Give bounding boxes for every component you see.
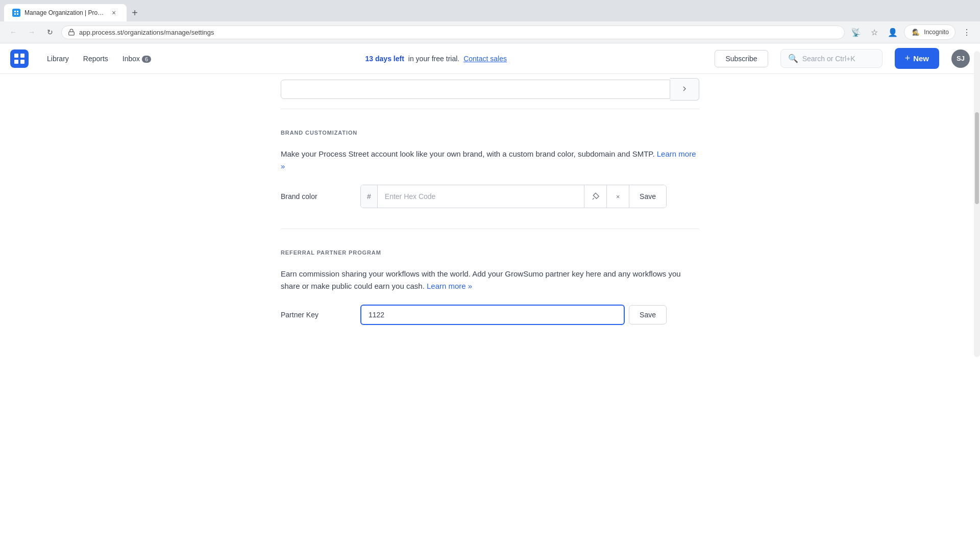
brand-customization-section: BRAND CUSTOMIZATION Make your Process St… [281,109,699,229]
trial-banner: 13 days left in your free trial. Contact… [169,55,702,63]
reload-button[interactable]: ↻ [43,25,57,39]
browser-actions: 📡 ☆ 👤 🕵 Incognito ⋮ [849,24,974,40]
svg-rect-3 [20,54,24,58]
partner-key-input-group: Save [360,305,667,325]
svg-rect-1 [10,49,29,68]
color-actions: × Save [584,185,666,208]
nav-reports[interactable]: Reports [77,51,114,67]
tab-close-button[interactable]: × [109,8,118,17]
forward-button[interactable]: → [24,25,39,39]
active-tab[interactable]: Manage Organization | Process S... × [4,4,127,21]
svg-rect-5 [20,60,24,64]
menu-button[interactable]: ⋮ [960,25,974,39]
nav-links: Library Reports Inbox6 [41,51,157,67]
scrollbar-thumb[interactable] [975,112,979,204]
address-bar-row: ← → ↻ app.process.st/organizations/manag… [0,21,980,43]
main-content: BRAND CUSTOMIZATION Make your Process St… [260,78,720,376]
partial-top-button[interactable] [670,78,699,101]
inbox-badge: 6 [142,56,151,63]
referral-desc-text: Earn commission sharing your workflows w… [281,269,681,290]
browser-chrome: Manage Organization | Process S... × + ←… [0,0,980,43]
incognito-label: Incognito [924,29,949,36]
referral-learn-more-link[interactable]: Learn more » [427,282,472,290]
partial-input-row [281,78,699,101]
search-icon: 🔍 [788,54,798,63]
search-placeholder: Search or Ctrl+K [802,55,855,63]
eyedropper-button[interactable] [584,185,606,208]
contact-sales-link[interactable]: Contact sales [463,55,507,63]
close-x-icon: × [616,193,620,201]
trial-days-left: 13 days left [365,55,404,63]
brand-color-input-group: # × Save [360,185,667,208]
brand-color-save-button[interactable]: Save [629,185,666,208]
svg-rect-4 [14,60,18,64]
new-button-icon: + [905,53,911,64]
user-avatar[interactable]: SJ [951,49,970,68]
tab-bar: Manage Organization | Process S... × + [0,0,980,21]
profile-button[interactable]: 👤 [886,25,900,39]
nav-library[interactable]: Library [41,51,75,67]
trial-message: in your free trial. [408,55,459,63]
cast-button[interactable]: 📡 [849,25,863,39]
brand-color-label: Brand color [281,192,352,201]
new-tab-button[interactable]: + [127,5,143,21]
hash-prefix: # [361,185,378,208]
brand-section-title: BRAND CUSTOMIZATION [281,130,699,136]
clear-color-button[interactable]: × [606,185,629,208]
brand-desc-text: Make your Process Street account look li… [281,149,657,158]
bookmark-button[interactable]: ☆ [867,25,881,39]
partner-key-label: Partner Key [281,311,352,319]
referral-section-description: Earn commission sharing your workflows w… [281,268,699,292]
nav-inbox[interactable]: Inbox6 [116,51,157,67]
svg-line-6 [593,198,594,199]
incognito-badge[interactable]: 🕵 Incognito [904,24,955,40]
hex-code-input[interactable] [378,185,584,208]
url-display: app.process.st/organizations/manage/sett… [79,29,838,36]
partner-key-row: Partner Key Save [281,305,699,325]
brand-section-description: Make your Process Street account look li… [281,148,699,172]
incognito-icon: 🕵 [911,27,921,37]
app-logo[interactable] [10,49,29,68]
tab-title: Manage Organization | Process S... [24,9,105,16]
scrollbar[interactable] [974,51,980,357]
referral-partner-section: REFERRAL PARTNER PROGRAM Earn commission… [281,229,699,345]
app-header: Library Reports Inbox6 13 days left in y… [0,43,980,74]
brand-color-row: Brand color # × Save [281,185,699,208]
address-bar[interactable]: app.process.st/organizations/manage/sett… [61,26,845,39]
referral-section-title: REFERRAL PARTNER PROGRAM [281,249,699,256]
subscribe-button[interactable]: Subscribe [715,50,768,67]
partial-top-input[interactable] [281,80,670,99]
partial-top-section [281,78,699,109]
partner-key-input[interactable] [360,305,625,325]
new-button-label: New [913,54,929,63]
svg-rect-0 [69,32,75,35]
partner-key-save-button[interactable]: Save [629,305,667,324]
back-button[interactable]: ← [6,25,20,39]
tab-favicon [12,9,20,17]
new-button[interactable]: + New [895,48,939,69]
svg-rect-2 [14,54,18,58]
search-box[interactable]: 🔍 Search or Ctrl+K [780,49,883,68]
